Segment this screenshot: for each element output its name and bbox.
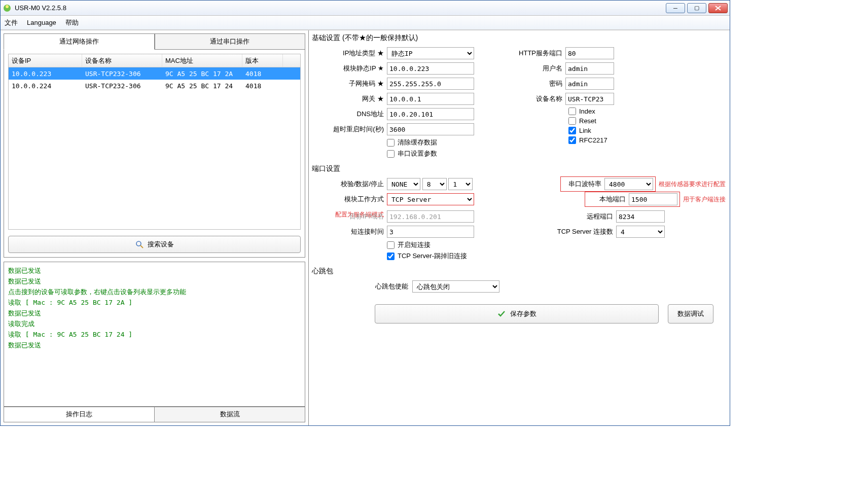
lbl-shorttime: 短连接时间	[311, 227, 387, 236]
tab-network[interactable]: 通过网络操作	[4, 33, 155, 50]
cb-rfc[interactable]	[568, 136, 576, 144]
note-baud: 根据传感器要求进行配置	[656, 181, 726, 188]
debug-button[interactable]: 数据调试	[668, 304, 713, 323]
menu-help[interactable]: 帮助	[65, 18, 79, 27]
cb-kickold[interactable]	[387, 253, 395, 260]
grid-header: 设备IP 设备名称 MAC地址 版本	[9, 54, 300, 67]
mask-input[interactable]	[387, 78, 474, 90]
cb-serialparam[interactable]	[387, 150, 395, 158]
menubar: 文件 Language 帮助	[1, 16, 730, 30]
lbl-dns: DNS地址	[311, 110, 387, 119]
lbl-gw: 网关 ★	[311, 94, 387, 103]
close-button[interactable]	[708, 3, 728, 13]
lbl-baud: 串口波特率	[563, 179, 604, 189]
lbl-target: 目标IP/域名	[311, 212, 387, 221]
minimize-button[interactable]: ─	[666, 3, 685, 13]
save-button[interactable]: 保存参数	[375, 304, 659, 323]
device-grid: 设备IP 设备名称 MAC地址 版本 10.0.0.223USR-TCP232-…	[8, 54, 301, 230]
tab-oplog[interactable]: 操作日志	[4, 407, 155, 422]
lbl-tcpcount: TCP Server 连接数	[540, 227, 616, 236]
log-text[interactable]: 数据已发送数据已发送点击搜到的设备可读取参数，右键点击设备列表显示更多功能读取 …	[4, 262, 305, 407]
cb-clearcache[interactable]	[387, 139, 395, 147]
titlebar: USR-M0 V2.2.5.8 ─ ▢	[1, 1, 730, 16]
cb-shortconn[interactable]	[387, 241, 395, 249]
parity-select[interactable]: NONE	[387, 178, 420, 190]
ip-type-select[interactable]: 静态IP	[387, 47, 474, 59]
basic-title: 基础设置 (不带★的一般保持默认)	[311, 32, 726, 45]
tab-serial[interactable]: 通过串口操作	[155, 33, 306, 50]
device-panel: 设备IP 设备名称 MAC地址 版本 10.0.0.223USR-TCP232-…	[4, 50, 305, 258]
port-title: 端口设置	[311, 163, 726, 175]
devname-input[interactable]	[565, 93, 614, 105]
menu-language[interactable]: Language	[27, 19, 56, 26]
search-label: 搜索设备	[148, 240, 174, 249]
tab-dataflow[interactable]: 数据流	[155, 407, 305, 422]
right-pane: 基础设置 (不带★的一般保持默认) IP地址类型 ★ 静态IP 模块静态IP ★…	[309, 30, 730, 425]
col-ver[interactable]: 版本	[242, 54, 283, 67]
tcpcount-select[interactable]: 4	[616, 226, 665, 238]
cb-link[interactable]	[568, 127, 576, 134]
lbl-timeout: 超时重启时间(秒)	[311, 125, 387, 134]
svg-line-3	[140, 245, 143, 248]
search-icon	[135, 240, 144, 248]
heartbeat-title: 心跳包	[311, 266, 726, 278]
svg-point-2	[136, 241, 141, 246]
databits-select[interactable]: 8	[422, 178, 447, 190]
log-panel: 数据已发送数据已发送点击搜到的设备可读取参数，右键点击设备列表显示更多功能读取 …	[4, 262, 305, 422]
search-device-button[interactable]: 搜索设备	[8, 236, 301, 253]
svg-point-1	[6, 5, 9, 8]
lbl-hb-enable: 心跳包使能	[311, 282, 412, 291]
shorttime-input[interactable]	[387, 226, 474, 238]
lbl-devname: 设备名称	[505, 94, 565, 103]
left-pane: 通过网络操作 通过串口操作 设备IP 设备名称 MAC地址 版本 10.0.0.…	[1, 30, 309, 425]
mode-select[interactable]: TCP Server	[387, 193, 474, 205]
cb-index[interactable]	[568, 107, 576, 115]
app-icon	[3, 4, 12, 13]
http-port-input[interactable]	[565, 47, 614, 59]
stopbits-select[interactable]: 1	[448, 178, 473, 190]
check-icon	[497, 309, 506, 318]
lbl-parity: 校验/数据/停止	[311, 179, 387, 189]
lbl-pwd: 密码	[505, 79, 565, 88]
table-row[interactable]: 10.0.0.224USR-TCP232-3069C A5 25 BC 17 2…	[9, 80, 300, 92]
lbl-localport: 本地端口	[587, 195, 629, 204]
hb-enable-select[interactable]: 心跳包关闭	[412, 280, 499, 293]
note-localport: 用于客户端连接	[680, 196, 726, 203]
pwd-input[interactable]	[565, 78, 614, 90]
lbl-mask: 子网掩码 ★	[311, 79, 387, 88]
baud-select[interactable]: 4800	[604, 178, 653, 190]
remoteport-input[interactable]	[616, 210, 665, 223]
lbl-remoteport: 远程端口	[570, 212, 616, 221]
col-mac[interactable]: MAC地址	[162, 54, 242, 67]
lbl-user: 用户名	[505, 64, 565, 73]
menu-file[interactable]: 文件	[5, 18, 18, 27]
gateway-input[interactable]	[387, 93, 474, 105]
maximize-button[interactable]: ▢	[687, 3, 706, 13]
left-tabs: 通过网络操作 通过串口操作	[4, 33, 305, 50]
localport-input[interactable]	[629, 193, 677, 205]
target-input	[387, 210, 474, 223]
lbl-staticip: 模块静态IP ★	[311, 64, 387, 73]
lbl-http: HTTP服务端口	[505, 49, 565, 58]
table-row[interactable]: 10.0.0.223USR-TCP232-3069C A5 25 BC 17 2…	[9, 67, 300, 80]
dns-input[interactable]	[387, 108, 474, 120]
col-name[interactable]: 设备名称	[82, 54, 162, 67]
static-ip-input[interactable]	[387, 62, 474, 75]
timeout-input[interactable]	[387, 123, 474, 135]
user-input[interactable]	[565, 62, 614, 75]
lbl-iptype: IP地址类型 ★	[311, 49, 387, 58]
cb-reset[interactable]	[568, 117, 576, 125]
window-title: USR-M0 V2.2.5.8	[15, 4, 666, 12]
col-ip[interactable]: 设备IP	[9, 54, 82, 67]
app-window: USR-M0 V2.2.5.8 ─ ▢ 文件 Language 帮助 通过网络操…	[0, 0, 730, 426]
lbl-mode: 模块工作方式	[311, 195, 387, 204]
